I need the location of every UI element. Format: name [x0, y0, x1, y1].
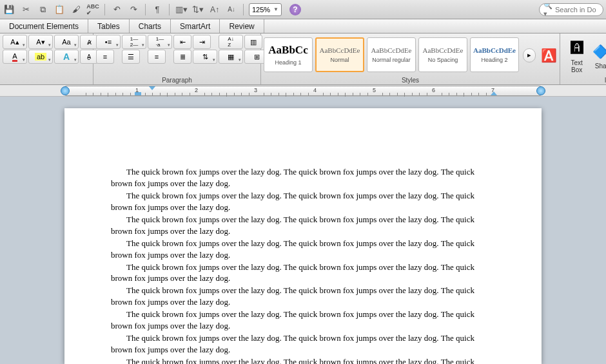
ruler-container: 1234567 [0, 85, 606, 97]
group-label-insert: Ins [560, 77, 606, 84]
search-icon: 🔍▾ [543, 3, 552, 16]
paragraph[interactable]: The quick brown fox jumps over the lazy … [111, 332, 495, 356]
style-heading-1[interactable]: AaBbCcHeading 1 [264, 37, 313, 72]
ribbon-font-group: A▴▾ A▾ A▾▾ ab▾ Aa▾ A▾ A̷ A͍ [0, 34, 93, 84]
first-line-indent-marker[interactable] [149, 86, 155, 90]
chevron-down-icon: ▼ [273, 6, 279, 12]
grow-font-icon[interactable]: A↑ [208, 3, 221, 16]
undo-icon[interactable]: ↶ [110, 3, 123, 16]
paragraph[interactable]: The quick brown fox jumps over the lazy … [111, 166, 495, 189]
paragraph[interactable]: The quick brown fox jumps over the lazy … [111, 356, 495, 364]
document-area: The quick brown fox jumps over the lazy … [0, 97, 606, 364]
spellcheck-icon[interactable]: ABC✔ [86, 3, 99, 16]
sort-button[interactable]: A↓Z [219, 35, 243, 49]
main-toolbar: 💾 ✂ ⧉ 📋 🖌 ABC✔ ↶ ↷ ¶ ▥▾ ⇅▾ A↑ A↓ 125% ▼ … [0, 0, 606, 19]
textbox-button[interactable]: 🅰 Text Box [563, 35, 591, 75]
page[interactable]: The quick brown fox jumps over the lazy … [64, 108, 542, 364]
align-right-button[interactable]: ≡ [148, 50, 166, 64]
paste-icon[interactable]: 📋 [53, 3, 66, 16]
group-label-paragraph: Paragraph [93, 77, 260, 84]
font-size-shrink-button[interactable]: A▾▾ [28, 35, 53, 49]
redo-icon[interactable]: ↷ [127, 3, 140, 16]
group-label-styles: Styles [261, 77, 560, 84]
ruler-number: 2 [195, 87, 198, 93]
shading-button[interactable]: ▦▾ [219, 50, 243, 64]
change-case-button[interactable]: Aa▾ [54, 35, 79, 49]
align-left-button[interactable]: ≡ [96, 50, 114, 64]
font-size-grow-button[interactable]: A▴▾ [3, 35, 27, 49]
columns-view-button[interactable]: ▥ [244, 35, 262, 49]
style-normal-regular[interactable]: AaBbCcDdEeNormal regular [367, 37, 416, 72]
style-heading-2[interactable]: AaBbCcDdEeHeading 2 [470, 37, 519, 72]
shrink-font-icon[interactable]: A↓ [225, 3, 238, 16]
styles-gallery: AaBbCcHeading 1AaBbCcDdEeNormalAaBbCcDdE… [264, 35, 519, 75]
search-input[interactable] [555, 6, 600, 14]
tab-review[interactable]: Review [220, 19, 264, 33]
increase-indent-button[interactable]: ⇥ [193, 35, 211, 49]
tab-document-elements[interactable]: Document Elements [0, 19, 88, 33]
help-icon[interactable]: ? [289, 4, 301, 15]
zoom-control[interactable]: 125% ▼ [249, 3, 282, 16]
bullets-button[interactable]: •≡▾ [96, 35, 121, 49]
tab-tables[interactable]: Tables [88, 19, 130, 33]
horizontal-ruler[interactable]: 1234567 [64, 86, 542, 96]
justify-button[interactable]: ≣ [173, 50, 191, 64]
line-spacing-icon[interactable]: ⇅▾ [191, 3, 204, 16]
styles-more-button[interactable]: ▸ [523, 48, 536, 62]
ribbon-tabs: Document Elements Tables Charts SmartArt… [0, 19, 606, 34]
paragraph[interactable]: The quick brown fox jumps over the lazy … [111, 285, 495, 308]
numbering-button[interactable]: 1—2—▾ [122, 35, 146, 49]
columns-icon[interactable]: ▥▾ [175, 3, 188, 16]
manage-styles-button[interactable]: 🅰️ [541, 48, 557, 63]
ruler-number: 5 [373, 87, 376, 93]
paragraph[interactable]: The quick brown fox jumps over the lazy … [111, 262, 495, 285]
shape-icon: 🔷 [592, 41, 606, 62]
multilevel-list-button[interactable]: 1—·a▾ [148, 35, 172, 49]
paragraph[interactable]: The quick brown fox jumps over the lazy … [111, 214, 495, 237]
ribbon-styles-group: Styles AaBbCcHeading 1AaBbCcDdEeNormalAa… [261, 34, 560, 84]
text-effects-button[interactable]: A▾ [54, 50, 79, 64]
zoom-value: 125% [252, 6, 271, 14]
ruler-number: 1 [135, 87, 139, 93]
paragraph[interactable]: The quick brown fox jumps over the lazy … [111, 238, 495, 261]
align-center-button[interactable]: ☰ [122, 50, 140, 64]
font-color-button[interactable]: A▾ [3, 50, 27, 64]
line-spacing-button[interactable]: ⇅▾ [193, 50, 217, 64]
tab-smartart[interactable]: SmartArt [171, 19, 220, 33]
show-marks-icon[interactable]: ¶ [151, 3, 164, 16]
search-box[interactable]: 🔍▾ [539, 3, 603, 16]
shape-button[interactable]: 🔷 Sha [592, 35, 606, 75]
ruler-number: 7 [491, 87, 494, 93]
decrease-indent-button[interactable]: ⇤ [173, 35, 191, 49]
cut-icon[interactable]: ✂ [19, 3, 32, 16]
ruler-number: 3 [254, 87, 257, 93]
ruler-right-cap-icon[interactable] [536, 86, 545, 95]
textbox-icon: 🅰 [568, 37, 586, 59]
ribbon: A▴▾ A▾ A▾▾ ab▾ Aa▾ A▾ A̷ A͍ Paragraph •≡… [0, 34, 606, 85]
ruler-number: 6 [432, 87, 435, 93]
paragraph[interactable]: The quick brown fox jumps over the lazy … [111, 309, 495, 332]
ribbon-paragraph-group: Paragraph •≡▾ ≡ 1—2—▾ ☰ 1—·a▾ ≡ ⇤ ≣ ⇥ ⇅▾… [93, 34, 261, 84]
format-painter-icon[interactable]: 🖌 [70, 3, 83, 16]
highlight-button[interactable]: ab▾ [28, 50, 53, 64]
style-normal[interactable]: AaBbCcDdEeNormal [315, 37, 364, 72]
ribbon-insert-group: Ins 🅰 Text Box 🔷 Sha [560, 34, 606, 84]
ruler-number: 4 [313, 87, 317, 93]
style-no-spacing[interactable]: AaBbCcDdEeNo Spacing [418, 37, 467, 72]
copy-icon[interactable]: ⧉ [36, 3, 49, 16]
paragraph[interactable]: The quick brown fox jumps over the lazy … [111, 190, 495, 213]
tab-charts[interactable]: Charts [130, 19, 171, 33]
save-icon[interactable]: 💾 [3, 3, 15, 16]
ruler-left-cap-icon[interactable] [61, 86, 70, 95]
